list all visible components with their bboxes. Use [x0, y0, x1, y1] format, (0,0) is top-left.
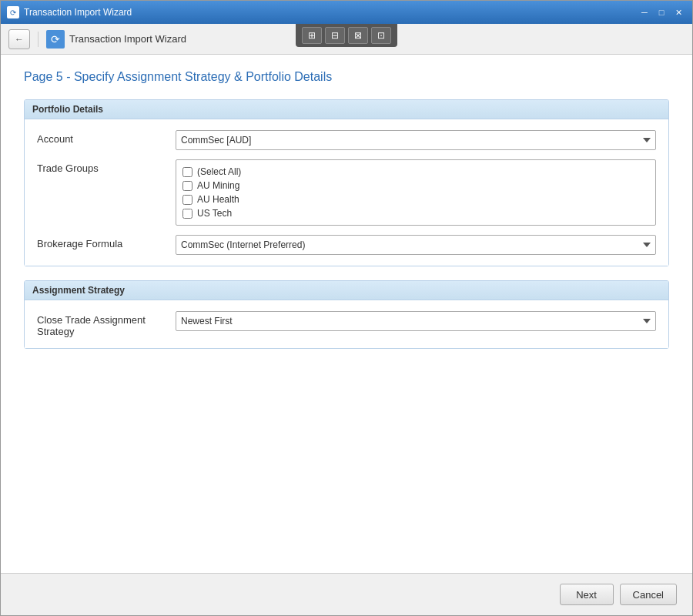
trade-group-label-2: AU Health — [197, 194, 239, 205]
toolbar-title: Transaction Import Wizard — [69, 33, 186, 45]
trade-group-item-1: AU Mining — [182, 179, 649, 192]
assignment-strategy-panel: Assignment Strategy Close Trade Assignme… — [24, 280, 669, 349]
trade-group-checkbox-1[interactable] — [182, 181, 192, 191]
portfolio-details-panel: Portfolio Details Account CommSec [AUD] … — [24, 99, 669, 266]
trade-group-checkbox-0[interactable] — [182, 167, 192, 177]
next-button[interactable]: Next — [560, 584, 614, 605]
brokerage-select[interactable]: CommSec (Internet Preferred) CommSec (St… — [176, 235, 656, 255]
wizard-icon: ⟳ — [46, 30, 65, 49]
close-trade-row: Close Trade Assignment Strategy Newest F… — [37, 311, 656, 337]
trade-groups-row: Trade Groups (Select All) AU Mining — [37, 159, 656, 226]
trade-groups-control: (Select All) AU Mining AU Health — [176, 159, 656, 226]
top-icon-2[interactable]: ⊟ — [325, 27, 345, 44]
page-title: Page 5 - Specify Assignment Strategy & P… — [24, 70, 669, 84]
account-row: Account CommSec [AUD] SelfWealth [AUD] N… — [37, 130, 656, 150]
window-controls: ─ □ ✕ — [637, 5, 686, 19]
trade-group-item-2: AU Health — [182, 192, 649, 206]
account-control: CommSec [AUD] SelfWealth [AUD] NAB Trade… — [176, 130, 656, 150]
cancel-button[interactable]: Cancel — [620, 584, 677, 605]
title-bar: ⟳ Transaction Import Wizard ─ □ ✕ — [1, 1, 692, 24]
window-icon: ⟳ — [7, 6, 19, 18]
main-content: Page 5 - Specify Assignment Strategy & P… — [1, 55, 692, 573]
footer: Next Cancel — [1, 573, 692, 615]
account-label: Account — [37, 130, 176, 145]
back-button[interactable]: ← — [8, 29, 30, 49]
toolbar-sep — [38, 32, 38, 47]
trade-group-label-1: AU Mining — [197, 180, 239, 191]
top-icon-4[interactable]: ⊡ — [371, 27, 391, 44]
toolbar: ← ⟳ Transaction Import Wizard ⊞ ⊟ ⊠ ⊡ — [1, 24, 692, 55]
close-trade-select[interactable]: Newest First Oldest First Lowest Cost Hi… — [176, 311, 656, 331]
brokerage-row: Brokerage Formula CommSec (Internet Pref… — [37, 235, 656, 255]
close-button[interactable]: ✕ — [671, 5, 686, 19]
assignment-strategy-body: Close Trade Assignment Strategy Newest F… — [25, 300, 668, 348]
trade-group-item-0: (Select All) — [182, 165, 649, 179]
top-icons-bar: ⊞ ⊟ ⊠ ⊡ — [296, 24, 397, 47]
trade-group-checkbox-2[interactable] — [182, 195, 192, 205]
assignment-strategy-header: Assignment Strategy — [25, 281, 668, 300]
main-window: ⟳ Transaction Import Wizard ─ □ ✕ ← ⟳ Tr… — [0, 0, 693, 616]
account-select[interactable]: CommSec [AUD] SelfWealth [AUD] NAB Trade… — [176, 130, 656, 150]
title-bar-left: ⟳ Transaction Import Wizard — [7, 6, 132, 18]
portfolio-details-body: Account CommSec [AUD] SelfWealth [AUD] N… — [25, 119, 668, 266]
close-trade-control: Newest First Oldest First Lowest Cost Hi… — [176, 311, 656, 331]
trade-group-label-0: (Select All) — [197, 166, 241, 177]
trade-group-label-3: US Tech — [197, 208, 232, 219]
portfolio-details-header: Portfolio Details — [25, 100, 668, 119]
trade-group-checkbox-3[interactable] — [182, 209, 192, 219]
trade-groups-list: (Select All) AU Mining AU Health — [176, 159, 656, 226]
trade-group-item-3: US Tech — [182, 206, 649, 220]
maximize-button[interactable]: □ — [654, 5, 669, 19]
top-icon-1[interactable]: ⊞ — [302, 27, 322, 44]
top-icon-3[interactable]: ⊠ — [348, 27, 368, 44]
brokerage-label: Brokerage Formula — [37, 235, 176, 249]
window-title: Transaction Import Wizard — [24, 7, 132, 18]
close-trade-label: Close Trade Assignment Strategy — [37, 311, 176, 337]
minimize-button[interactable]: ─ — [637, 5, 652, 19]
trade-groups-label: Trade Groups — [37, 159, 176, 174]
brokerage-control: CommSec (Internet Preferred) CommSec (St… — [176, 235, 656, 255]
